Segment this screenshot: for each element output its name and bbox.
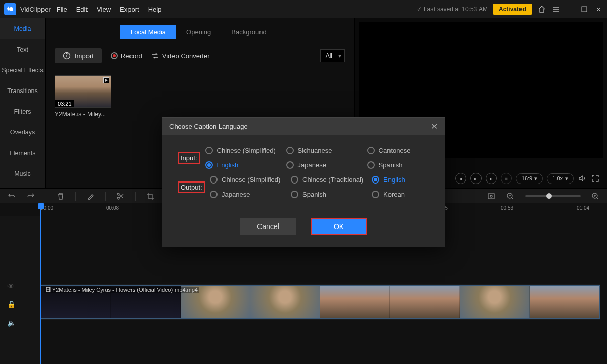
radio-input-cantonese[interactable]: Cantonese bbox=[367, 147, 438, 154]
tab-local-media[interactable]: Local Media bbox=[120, 25, 176, 39]
play-icon bbox=[103, 77, 109, 83]
window-close-icon[interactable]: ✕ bbox=[594, 5, 603, 14]
chevron-down-icon: ▾ bbox=[534, 175, 537, 182]
track-gutter: 👁 🔒 🔈 bbox=[0, 216, 40, 364]
edit-button[interactable] bbox=[86, 192, 95, 201]
home-icon[interactable] bbox=[537, 5, 546, 14]
sidebar: Media Text Special Effects Transitions F… bbox=[0, 18, 46, 188]
clip-thumbnail: 03:21 bbox=[55, 75, 111, 108]
titlebar: VidClipper File Edit View Export Help ✓ … bbox=[0, 0, 607, 18]
menu-edit[interactable]: Edit bbox=[76, 6, 88, 13]
crop-button[interactable] bbox=[146, 192, 155, 201]
radio-output-spanish[interactable]: Spanish bbox=[291, 191, 372, 198]
undo-button[interactable] bbox=[7, 192, 16, 201]
zoom-out-button[interactable] bbox=[506, 192, 515, 201]
last-saved-status: ✓ Last saved at 10:53 AM bbox=[417, 6, 488, 13]
radio-input-english[interactable]: English bbox=[205, 161, 286, 169]
app-logo bbox=[4, 3, 16, 15]
sidebar-item-overlays[interactable]: Overlays bbox=[0, 122, 45, 143]
split-button[interactable] bbox=[116, 192, 125, 201]
marker-button[interactable] bbox=[487, 192, 496, 201]
radio-input-spanish[interactable]: Spanish bbox=[367, 161, 438, 169]
radio-input-japanese[interactable]: Japanese bbox=[286, 161, 367, 169]
zoom-in-button[interactable] bbox=[591, 192, 600, 201]
stop-button[interactable]: ■ bbox=[501, 173, 512, 184]
next-frame-button[interactable]: ▸ bbox=[486, 173, 497, 184]
main-menu: File Edit View Export Help bbox=[57, 6, 162, 13]
radio-output-japanese[interactable]: Japanese bbox=[210, 191, 291, 198]
tick: 00:08 bbox=[106, 205, 119, 211]
hamburger-icon[interactable] bbox=[551, 5, 560, 14]
import-button[interactable]: Import bbox=[55, 48, 102, 63]
video-clip[interactable]: 🎞 Y2Mate.is - Miley Cyrus - Flowers (Off… bbox=[40, 285, 600, 318]
tab-background[interactable]: Background bbox=[221, 25, 276, 39]
delete-button[interactable] bbox=[56, 192, 65, 201]
prev-frame-button[interactable]: ◂ bbox=[455, 173, 466, 184]
mute-icon[interactable]: 🔈 bbox=[0, 313, 40, 332]
menu-file[interactable]: File bbox=[57, 6, 67, 13]
menu-help[interactable]: Help bbox=[148, 6, 162, 13]
chevron-down-icon: ▾ bbox=[565, 175, 568, 182]
dialog-close-button[interactable]: ✕ bbox=[431, 122, 438, 131]
media-filter-select[interactable]: All bbox=[320, 49, 345, 62]
converter-icon bbox=[151, 52, 159, 60]
svg-point-2 bbox=[117, 193, 119, 195]
import-icon bbox=[63, 52, 71, 60]
record-icon bbox=[111, 52, 118, 59]
output-language-options: Chinese (Simplified) Chinese (Traditiona… bbox=[210, 176, 443, 198]
radio-output-chinese-traditional[interactable]: Chinese (Traditional) bbox=[291, 176, 372, 184]
input-language-options: Chinese (Simplified) Sichuanese Cantones… bbox=[205, 147, 438, 169]
sidebar-item-filters[interactable]: Filters bbox=[0, 101, 45, 122]
svg-point-3 bbox=[117, 197, 119, 199]
redo-button[interactable] bbox=[26, 192, 35, 201]
volume-icon[interactable] bbox=[578, 174, 587, 183]
clip-duration: 03:21 bbox=[55, 100, 74, 107]
dialog-title: Choose Caption Language bbox=[169, 123, 248, 130]
caption-language-dialog: Choose Caption Language ✕ Input: Chinese… bbox=[162, 117, 445, 247]
radio-input-sichuanese[interactable]: Sichuanese bbox=[286, 147, 367, 154]
tick: 01:04 bbox=[577, 205, 589, 211]
radio-output-chinese-simplified[interactable]: Chinese (Simplified) bbox=[210, 176, 291, 184]
menu-view[interactable]: View bbox=[97, 6, 111, 13]
playhead[interactable] bbox=[40, 203, 41, 364]
window-maximize-icon[interactable] bbox=[580, 5, 589, 14]
play-button[interactable]: ▸ bbox=[470, 173, 482, 184]
zoom-slider[interactable] bbox=[525, 195, 581, 197]
clip-label: 🎞 Y2Mate.is - Miley Cyrus - Flowers (Off… bbox=[44, 287, 199, 293]
check-icon: ✓ bbox=[417, 6, 422, 13]
lock-icon[interactable]: 🔒 bbox=[0, 295, 40, 313]
sidebar-item-music[interactable]: Music bbox=[0, 163, 45, 184]
window-minimize-icon[interactable]: — bbox=[566, 5, 575, 14]
playback-speed-select[interactable]: 1.0x▾ bbox=[547, 173, 574, 184]
svg-rect-7 bbox=[488, 194, 494, 199]
radio-output-english[interactable]: English bbox=[372, 176, 443, 184]
visibility-icon[interactable]: 👁 bbox=[0, 277, 40, 295]
video-track[interactable]: 🎞 Y2Mate.is - Miley Cyrus - Flowers (Off… bbox=[40, 284, 600, 320]
radio-input-chinese-simplified[interactable]: Chinese (Simplified) bbox=[205, 147, 286, 154]
app-name: VidClipper bbox=[20, 6, 51, 13]
aspect-ratio-select[interactable]: 16:9▾ bbox=[516, 173, 543, 184]
activated-badge[interactable]: Activated bbox=[493, 4, 532, 15]
clip-name: Y2Mate.is - Miley... bbox=[55, 111, 111, 118]
cancel-button[interactable]: Cancel bbox=[240, 218, 296, 235]
svg-rect-0 bbox=[582, 7, 587, 12]
tick: 00:53 bbox=[501, 205, 513, 211]
sidebar-item-special-effects[interactable]: Special Effects bbox=[0, 60, 45, 80]
video-converter-button[interactable]: Video Converter bbox=[151, 52, 210, 60]
sidebar-item-transitions[interactable]: Transitions bbox=[0, 80, 45, 101]
input-label: Input: bbox=[178, 152, 200, 164]
ok-button[interactable]: OK bbox=[311, 218, 367, 235]
sidebar-item-elements[interactable]: Elements bbox=[0, 143, 45, 163]
sidebar-item-media[interactable]: Media bbox=[0, 18, 45, 39]
fullscreen-icon[interactable] bbox=[591, 174, 600, 183]
output-label: Output: bbox=[178, 181, 205, 193]
media-clip[interactable]: 03:21 Y2Mate.is - Miley... bbox=[55, 75, 111, 118]
film-icon: 🎞 bbox=[45, 287, 51, 293]
tab-opening[interactable]: Opening bbox=[176, 25, 221, 39]
sidebar-item-text[interactable]: Text bbox=[0, 39, 45, 60]
svg-point-8 bbox=[490, 195, 492, 197]
record-button[interactable]: Record bbox=[111, 52, 142, 60]
radio-output-korean[interactable]: Korean bbox=[372, 191, 443, 198]
menu-export[interactable]: Export bbox=[120, 6, 139, 13]
dialog-header[interactable]: Choose Caption Language ✕ bbox=[162, 118, 445, 135]
